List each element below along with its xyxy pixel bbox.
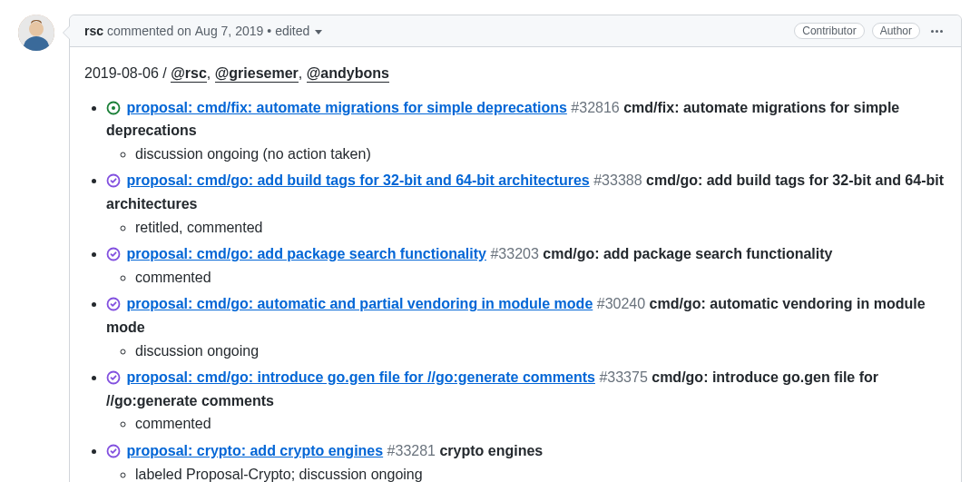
proposal-note: commented	[135, 412, 946, 436]
issue-open-icon	[106, 101, 121, 115]
proposal-note: labeled Proposal-Crypto; discussion ongo…	[135, 463, 946, 483]
issue-number[interactable]: #33281	[387, 443, 436, 458]
proposal-title-link[interactable]: proposal: cmd/fix: automate migrations f…	[126, 100, 566, 115]
proposal-title-link[interactable]: proposal: cmd/go: add package search fun…	[126, 246, 486, 261]
svg-point-4	[112, 106, 115, 110]
proposal-title-link[interactable]: proposal: crypto: add crypto engines	[126, 443, 383, 458]
proposal-notes: labeled Proposal-Crypto; discussion ongo…	[106, 463, 946, 483]
timestamp[interactable]: Aug 7, 2019	[195, 24, 264, 38]
proposal-notes: commented	[106, 266, 946, 290]
proposal-item: proposal: crypto: add crypto engines #33…	[106, 439, 946, 482]
comment-header: rsc commented on Aug 7, 2019 • edited Co…	[70, 15, 961, 47]
proposal-item: proposal: cmd/go: introduce go.gen file …	[106, 366, 946, 436]
mention-griesemer[interactable]: @griesemer	[215, 65, 299, 83]
meeting-date: 2019-08-06	[84, 65, 159, 81]
proposal-item: proposal: cmd/fix: automate migrations f…	[106, 96, 946, 166]
author-link[interactable]: rsc	[84, 24, 103, 38]
issue-closed-icon	[106, 444, 121, 458]
proposal-desc: cmd/go: add package search functionality	[543, 246, 832, 261]
proposal-item: proposal: cmd/go: add package search fun…	[106, 242, 946, 289]
mention-rsc[interactable]: @rsc	[171, 65, 207, 83]
proposal-item: proposal: cmd/go: automatic and partial …	[106, 292, 946, 362]
proposal-title-link[interactable]: proposal: cmd/go: automatic and partial …	[126, 296, 593, 311]
proposal-item: proposal: cmd/go: add build tags for 32-…	[106, 169, 946, 239]
kebab-menu-icon[interactable]	[927, 26, 946, 36]
issue-closed-icon	[106, 173, 121, 188]
proposal-note: discussion ongoing	[135, 339, 946, 363]
mention-andybons[interactable]: @andybons	[307, 65, 389, 83]
header-actions: Contributor Author	[794, 23, 946, 39]
comment-box: rsc commented on Aug 7, 2019 • edited Co…	[69, 15, 962, 482]
svg-point-1	[29, 22, 44, 36]
proposal-title-link[interactable]: proposal: cmd/go: add build tags for 32-…	[126, 172, 589, 188]
proposal-note: commented	[135, 266, 946, 290]
contributor-badge[interactable]: Contributor	[794, 23, 864, 39]
author-badge[interactable]: Author	[872, 23, 920, 39]
slash: /	[159, 65, 171, 81]
proposal-notes: discussion ongoing	[106, 339, 946, 363]
proposal-note: retitled, commented	[135, 216, 946, 240]
proposal-note: discussion ongoing (no action taken)	[135, 143, 946, 166]
issue-number[interactable]: #33375	[599, 369, 647, 385]
issue-closed-icon	[106, 297, 121, 311]
proposal-notes: commented	[106, 412, 946, 436]
proposal-list: proposal: cmd/fix: automate migrations f…	[84, 96, 946, 482]
proposal-desc: crypto engines	[439, 443, 543, 458]
header-meta: rsc commented on Aug 7, 2019 • edited	[84, 24, 322, 38]
issue-closed-icon	[106, 370, 121, 385]
issue-number[interactable]: #33203	[490, 246, 538, 261]
issue-closed-icon	[106, 247, 121, 261]
comment-container: rsc commented on Aug 7, 2019 • edited Co…	[18, 15, 962, 482]
timestamp-prefix: on	[177, 24, 191, 38]
issue-number[interactable]: #30240	[597, 296, 645, 311]
caret-down-icon	[315, 30, 322, 34]
edited-dropdown[interactable]: edited	[275, 24, 322, 38]
edited-label: edited	[275, 24, 309, 38]
action-text: commented	[107, 24, 173, 38]
proposal-notes: retitled, commented	[106, 216, 946, 240]
proposal-notes: discussion ongoing (no action taken)	[106, 143, 946, 166]
issue-number[interactable]: #32816	[571, 100, 619, 115]
meeting-header: 2019-08-06 / @rsc, @griesemer, @andybons	[84, 62, 946, 85]
proposal-title-link[interactable]: proposal: cmd/go: introduce go.gen file …	[126, 369, 594, 385]
comment-body: 2019-08-06 / @rsc, @griesemer, @andybons…	[70, 47, 961, 482]
separator: •	[267, 24, 271, 38]
issue-number[interactable]: #33388	[593, 172, 642, 188]
avatar[interactable]	[18, 15, 54, 51]
